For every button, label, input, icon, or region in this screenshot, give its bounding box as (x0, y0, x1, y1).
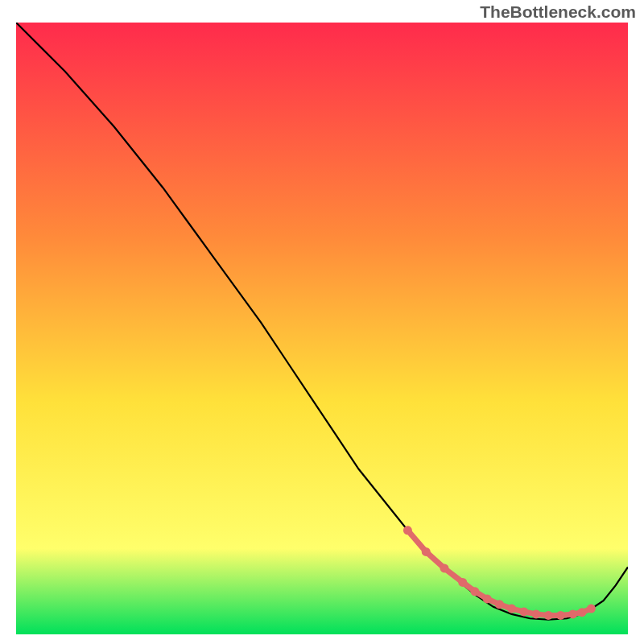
marker-dot (471, 587, 480, 596)
marker-dot (532, 609, 541, 618)
marker-dot (422, 547, 431, 556)
marker-dot (568, 609, 577, 618)
plot-background (16, 23, 628, 634)
marker-dot (587, 605, 596, 613)
marker-dot (507, 605, 516, 613)
marker-dot (495, 600, 504, 609)
marker-dot (458, 578, 467, 587)
bottleneck-chart (16, 23, 628, 634)
marker-dot (544, 611, 553, 620)
chart-container: TheBottleneck.com (0, 0, 644, 644)
marker-dot (556, 611, 565, 620)
marker-dot (578, 608, 587, 617)
marker-dot (519, 607, 528, 616)
watermark-text: TheBottleneck.com (480, 2, 636, 22)
marker-dot (440, 564, 449, 572)
marker-dot (483, 594, 492, 603)
marker-dot (403, 526, 412, 535)
